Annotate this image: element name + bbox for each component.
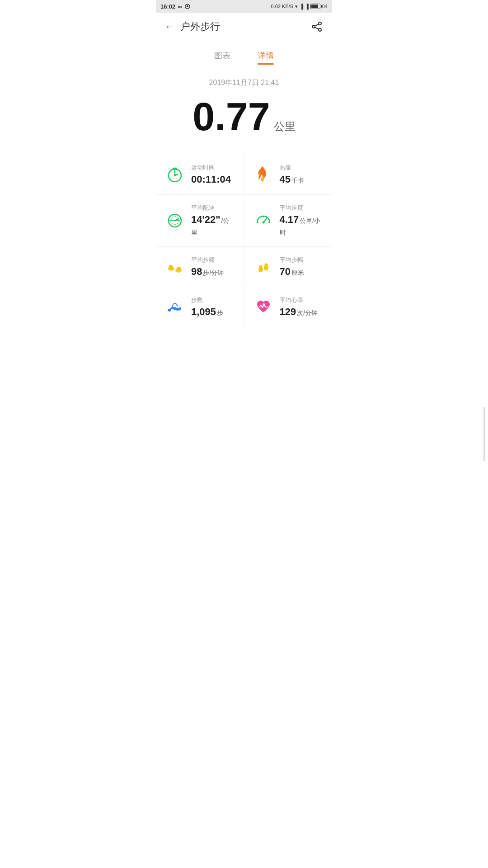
status-time: 16:02	[160, 3, 175, 10]
battery-fill	[311, 5, 318, 8]
stat-steps: 步数 1,095步	[156, 287, 244, 327]
page-title: 户外步行	[180, 20, 220, 33]
exercise-time-label: 运动时间	[191, 164, 231, 172]
pace-icon	[165, 211, 185, 231]
battery-icon	[310, 4, 320, 9]
stat-avg-pace: 平均配速 14'22"/公里	[156, 195, 244, 246]
heart-rate-icon	[253, 297, 273, 317]
avg-speed-value: 4.17公里/小时	[280, 214, 324, 237]
status-dot-icon: ⦿	[184, 3, 190, 10]
svg-line-3	[315, 24, 319, 26]
svg-point-10	[174, 175, 176, 176]
status-infinity-icon: ∞	[178, 3, 182, 10]
header-left: ← 户外步行	[165, 20, 220, 33]
status-signal2-icon: ▐	[305, 4, 309, 9]
distance-unit: 公里	[274, 119, 296, 134]
avg-pace-value: 14'22"/公里	[191, 214, 235, 237]
calories-label: 热量	[280, 164, 304, 172]
back-button[interactable]: ←	[165, 21, 175, 33]
svg-rect-26	[177, 267, 181, 270]
shoe-icon	[165, 297, 185, 317]
flame-icon	[253, 165, 273, 184]
svg-point-28	[259, 265, 262, 268]
header: ← 户外步行	[156, 13, 332, 41]
svg-point-0	[319, 22, 321, 25]
svg-point-31	[168, 309, 171, 311]
svg-point-2	[319, 28, 321, 31]
distance-value: 0.77	[192, 97, 270, 137]
stat-step-freq: 平均步频 98步/分钟	[156, 247, 244, 287]
svg-rect-23	[169, 265, 173, 269]
avg-speed-label: 平均速度	[280, 204, 324, 212]
stride-label: 平均步幅	[280, 256, 304, 264]
stats-container: 运动时间 00:11:04 热量 45千卡	[156, 150, 332, 331]
step-freq-info: 平均步频 98步/分钟	[191, 256, 224, 278]
speed-icon	[253, 211, 273, 231]
battery-percent: 84	[322, 4, 328, 9]
steps-label: 步数	[191, 296, 223, 304]
status-bar: 16:02 ∞ ⦿ 0.02 KB/S ▾ ▐ ▐ 84	[156, 0, 332, 13]
avg-pace-label: 平均配速	[191, 204, 235, 212]
steps-value: 1,095步	[191, 306, 223, 318]
stat-heart-rate: 平均心率 129次/分钟	[244, 287, 333, 327]
exercise-time-value: 00:11:04	[191, 174, 231, 185]
heart-rate-value: 129次/分钟	[280, 306, 318, 318]
status-time-area: 16:02 ∞ ⦿	[160, 3, 190, 10]
heart-rate-label: 平均心率	[280, 296, 318, 304]
stat-row-1: 运动时间 00:11:04 热量 45千卡	[156, 155, 332, 195]
status-wifi-icon: ▾	[295, 4, 298, 9]
svg-point-17	[262, 222, 264, 224]
heart-rate-info: 平均心率 129次/分钟	[280, 296, 318, 318]
stat-row-4: 步数 1,095步 平均心率 129次/分钟	[156, 287, 332, 327]
share-button[interactable]	[310, 20, 323, 33]
exercise-time-info: 运动时间 00:11:04	[191, 164, 231, 185]
tab-chart[interactable]: 图表	[214, 50, 230, 65]
stat-stride: 平均步幅 70厘米	[244, 247, 333, 287]
stat-exercise-time: 运动时间 00:11:04	[156, 155, 244, 194]
status-icons-area: 0.02 KB/S ▾ ▐ ▐ 84	[271, 4, 328, 9]
stride-value: 70厘米	[280, 266, 304, 278]
stat-row-3: 平均步频 98步/分钟 平均步幅 70厘米	[156, 247, 332, 287]
step-freq-label: 平均步频	[191, 256, 224, 264]
svg-point-1	[312, 25, 315, 28]
avg-speed-info: 平均速度 4.17公里/小时	[280, 204, 324, 237]
date-section: 2019年11月7日 21:41	[156, 65, 332, 92]
status-network: 0.02 KB/S	[271, 4, 294, 9]
tab-detail[interactable]: 详情	[258, 50, 274, 65]
avg-pace-info: 平均配速 14'22"/公里	[191, 204, 235, 237]
stride-icon	[253, 257, 273, 277]
svg-line-4	[315, 28, 319, 29]
stat-avg-speed: 平均速度 4.17公里/小时	[244, 195, 333, 246]
stat-row-2: 平均配速 14'22"/公里 平均速度 4.1	[156, 195, 332, 247]
stat-calories: 热量 45千卡	[244, 155, 333, 194]
stride-info: 平均步幅 70厘米	[280, 256, 304, 278]
steps-freq-icon	[165, 257, 185, 277]
tab-bar: 图表 详情	[156, 41, 332, 65]
calories-info: 热量 45千卡	[280, 164, 304, 185]
calories-value: 45千卡	[280, 174, 304, 185]
step-freq-value: 98步/分钟	[191, 266, 224, 278]
distance-section: 0.77 公里	[156, 92, 332, 150]
status-signal-icon: ▐	[300, 4, 303, 9]
activity-date: 2019年11月7日 21:41	[209, 79, 279, 86]
svg-point-30	[264, 264, 267, 266]
steps-info: 步数 1,095步	[191, 296, 223, 318]
timer-icon	[165, 165, 185, 184]
